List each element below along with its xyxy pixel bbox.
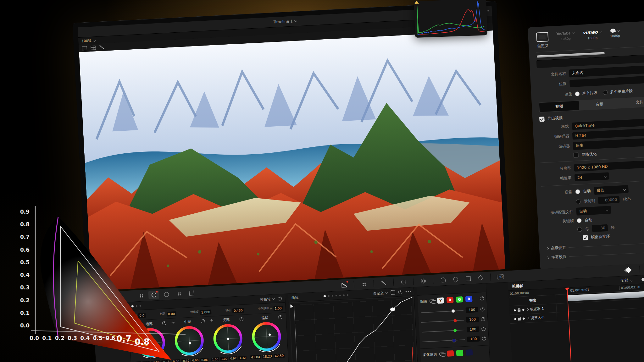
link-icon[interactable] <box>430 299 435 303</box>
keyframes-panel-icon[interactable] <box>623 266 634 275</box>
keyframes-zoom-slider[interactable] <box>641 278 644 280</box>
clip-filmstrip-icon[interactable] <box>82 46 87 50</box>
warper-icon[interactable] <box>358 280 369 288</box>
key-icon[interactable] <box>463 274 474 283</box>
encoder-select[interactable]: 原生 <box>573 137 644 150</box>
lift-color-wheel[interactable] <box>136 327 166 358</box>
temp-control[interactable]: 色温0.0 <box>131 312 146 318</box>
keyframes-every-radio[interactable] <box>577 227 582 232</box>
preset-custom[interactable]: 自定义 <box>536 32 549 49</box>
export-video-checkbox[interactable] <box>539 116 545 122</box>
expand-icon[interactable] <box>391 290 395 295</box>
preset-vimeo[interactable]: vimeo 1080p <box>583 29 602 40</box>
render-single-radio[interactable] <box>575 91 580 96</box>
reset-icon[interactable] <box>239 317 244 321</box>
rgb-mixer-icon[interactable] <box>173 289 184 298</box>
enhance-wand-icon[interactable] <box>99 45 104 50</box>
blur-icon[interactable] <box>450 275 461 283</box>
enable-dot-icon[interactable] <box>514 318 516 320</box>
sizing-icon[interactable] <box>475 273 486 282</box>
frame-reorder-checkbox[interactable] <box>583 235 588 240</box>
quality-limit-unit: Kb/s <box>623 197 631 201</box>
preset-youtube[interactable]: YouTube 1080p <box>556 30 575 41</box>
softclip-r-button[interactable] <box>447 350 454 357</box>
quality-best-select[interactable]: 最佳 <box>594 185 629 195</box>
power-window-icon[interactable] <box>398 277 409 286</box>
curves-icon[interactable] <box>339 281 350 289</box>
channel-y-button[interactable]: Y <box>437 297 444 304</box>
framerate-select[interactable]: 24 <box>575 172 609 181</box>
filename-input[interactable]: 未命名 <box>569 65 644 78</box>
gamma-color-wheel[interactable] <box>174 326 205 356</box>
crosshair-icon[interactable] <box>210 319 213 322</box>
keyframes-auto-label: 自动 <box>585 217 592 223</box>
wheels-mode-select[interactable]: 校色轮 <box>260 296 275 302</box>
render-multiple-radio[interactable] <box>603 90 608 95</box>
crosshair-icon[interactable] <box>172 321 175 324</box>
chevron-right-icon[interactable] <box>526 317 529 320</box>
format-select[interactable]: QuickTime <box>572 118 644 130</box>
reset-icon[interactable] <box>480 307 485 312</box>
tab-audio[interactable]: 音频 <box>580 99 619 110</box>
reset-icon[interactable] <box>278 315 282 319</box>
tab-file[interactable]: 文件 <box>619 97 644 108</box>
offset-color-wheel[interactable] <box>251 321 282 352</box>
keyframes-timeline[interactable]: 01:00:00:00 01:00:20:01 01:00:03:10 主控 校… <box>508 281 644 362</box>
location-input[interactable] <box>569 75 644 87</box>
pivot-control[interactable]: 轴心0.435 <box>225 307 244 314</box>
quality-limit-input[interactable]: 80000 <box>598 196 620 204</box>
lock-icon[interactable] <box>518 318 521 320</box>
reset-icon[interactable] <box>480 296 484 301</box>
reset-icon[interactable] <box>398 290 402 294</box>
network-optimization-checkbox[interactable] <box>573 152 579 158</box>
chevron-down-icon <box>605 208 608 211</box>
softclip-g-button[interactable] <box>456 350 464 356</box>
tint-control[interactable]: 色调0.00 <box>159 310 176 317</box>
curves-mode-select[interactable]: 自定义 <box>373 290 388 296</box>
quality-limit-radio[interactable] <box>576 199 581 204</box>
motion-effects-icon[interactable] <box>186 288 197 297</box>
channel-b-button[interactable]: B <box>465 296 473 302</box>
enable-dot-icon[interactable] <box>514 309 516 311</box>
channel-g-button[interactable]: G <box>456 296 463 303</box>
palette-page-dots[interactable] <box>131 304 141 307</box>
lock-icon[interactable] <box>518 309 520 311</box>
crosshair-icon[interactable] <box>133 323 136 326</box>
lightbox-grid-icon[interactable] <box>91 46 96 50</box>
link-icon[interactable] <box>439 352 445 356</box>
magic-mask-icon[interactable] <box>437 275 448 284</box>
palette-left-gutter <box>93 302 134 362</box>
reset-icon[interactable] <box>482 336 486 341</box>
reset-icon[interactable] <box>481 317 485 321</box>
stereo-3d-icon[interactable]: 3D <box>495 272 506 281</box>
color-wheels-icon[interactable] <box>148 291 159 299</box>
tab-video[interactable]: 视频 <box>539 101 579 112</box>
more-options-icon[interactable] <box>405 291 407 292</box>
preset-twitter[interactable]: 1080p <box>610 28 620 38</box>
codec-select[interactable]: H.264 <box>572 128 644 140</box>
tracker-icon[interactable] <box>418 277 429 285</box>
qualifier-icon[interactable] <box>378 278 389 287</box>
channel-r-button[interactable]: R <box>447 297 454 303</box>
reset-icon[interactable] <box>278 296 282 301</box>
reset-icon[interactable] <box>162 321 167 326</box>
curve-edit-column: 编辑 Y R G B 100 100 <box>417 283 491 362</box>
keyframes-every-input[interactable]: 30 <box>592 224 608 232</box>
resolution-select[interactable]: 1920 x 1080 HD <box>574 160 644 172</box>
chevron-right-icon[interactable] <box>526 308 529 311</box>
gain-color-wheel[interactable] <box>213 323 243 354</box>
hdr-wheels-icon[interactable] <box>161 290 172 299</box>
keyframes-auto-radio[interactable] <box>577 218 582 223</box>
softclip-b-button[interactable] <box>465 349 473 356</box>
grid-icon[interactable] <box>136 291 147 300</box>
midtone-detail-control[interactable]: 中间调细节1.00 <box>258 304 283 312</box>
quality-auto-radio[interactable] <box>575 189 580 194</box>
contrast-control[interactable]: 对比度1.000 <box>190 308 212 315</box>
reset-icon[interactable] <box>201 319 205 323</box>
profile-select[interactable]: 自动 <box>576 206 611 216</box>
keyframes-filter-select[interactable]: 全部 <box>620 277 632 283</box>
reset-icon[interactable] <box>481 326 486 331</box>
curves-page-dots[interactable] <box>323 294 348 297</box>
preset-scrollbar[interactable] <box>537 52 605 58</box>
curve-editor[interactable] <box>290 297 418 362</box>
